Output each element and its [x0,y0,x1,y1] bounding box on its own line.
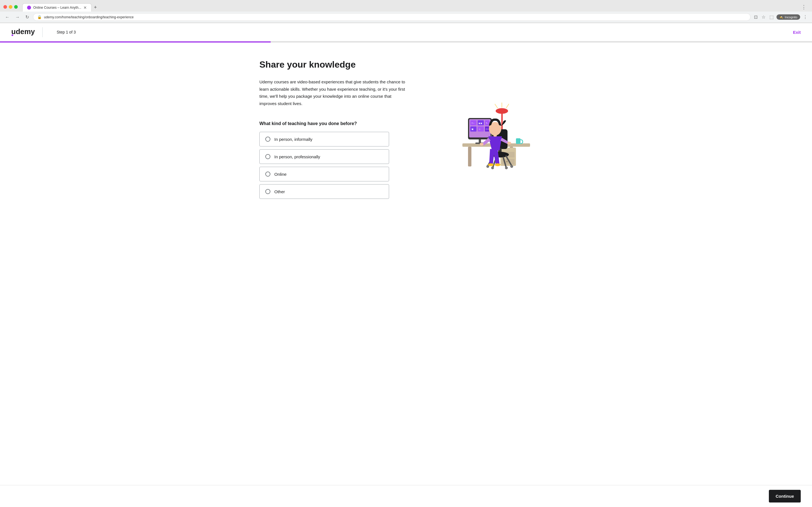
app-header: udemy Step 1 of 3 Exit [0,23,812,41]
url-text: udemy.com/home/teaching/onboarding/teach… [44,15,746,19]
svg-text:▣: ▣ [471,128,474,130]
back-button[interactable]: ← [3,13,11,21]
tab-favicon [27,6,31,10]
svg-point-42 [488,163,494,166]
radio-online[interactable] [265,172,270,177]
screen-cast-icon[interactable]: ⊡ [753,13,759,21]
tab-title: Online Courses – Learn Anyth... [33,6,81,10]
close-window-button[interactable] [3,5,7,9]
options-list: In person, informally In person, profess… [259,132,417,199]
radio-in-person-informally[interactable] [265,136,270,142]
option-other[interactable]: Other [259,184,389,199]
minimize-window-button[interactable] [9,5,12,9]
svg-point-43 [495,163,500,166]
page-title: Share your knowledge [259,59,417,70]
incognito-label: Incognito [784,15,797,19]
svg-line-28 [495,104,498,108]
svg-point-1 [11,34,13,36]
desk-illustration: +− ▣▣ ✎ ▣ ☺ C++ [446,84,536,174]
incognito-icon: 🕵 [779,15,783,19]
main-content: Share your knowledge Udemy courses are v… [237,43,575,216]
svg-text:✎: ✎ [486,122,488,124]
tab-close-button[interactable]: ✕ [84,5,87,10]
svg-text:udemy: udemy [11,27,35,36]
svg-rect-48 [516,138,520,144]
step-indicator: Step 1 of 3 [57,30,76,34]
toolbar-actions: ⊡ ☆ ⬚ 🕵 Incognito ⋮ [753,13,809,21]
svg-point-44 [479,143,484,146]
svg-line-30 [506,104,509,108]
browser-toolbar: ← → ↻ 🔒 udemy.com/home/teaching/onboardi… [0,11,812,23]
forward-button[interactable]: → [13,13,21,21]
svg-point-41 [505,166,508,169]
incognito-badge: 🕵 Incognito [776,14,800,20]
option-online[interactable]: Online [259,167,389,181]
svg-rect-3 [468,147,471,166]
lock-icon: 🔒 [37,15,42,19]
page-description: Udemy courses are video-based experience… [259,78,406,107]
logo-text: udemy [11,26,37,38]
radio-other[interactable] [265,189,270,194]
udemy-logo: udemy [11,26,37,38]
content-right: +− ▣▣ ✎ ▣ ☺ C++ [428,59,553,199]
svg-text:+−: +− [471,122,474,124]
svg-point-9 [506,161,508,162]
option-in-person-professionally[interactable]: In person, professionally [259,149,389,164]
svg-point-39 [510,165,513,168]
header-divider [42,27,43,37]
address-bar[interactable]: 🔒 udemy.com/home/teaching/onboarding/tea… [33,13,751,21]
svg-point-40 [491,166,494,169]
svg-point-27 [496,108,508,114]
radio-in-person-professionally[interactable] [265,154,270,159]
browser-chrome: Online Courses – Learn Anyth... ✕ + ⋮ ← … [0,0,812,23]
option-label-online: Online [274,172,287,177]
maximize-window-button[interactable] [14,5,18,9]
option-label-other: Other [274,189,285,194]
question-label: What kind of teaching have you done befo… [259,121,417,126]
svg-text:▣▣: ▣▣ [478,122,483,124]
udemy-logo-svg: udemy [11,26,37,36]
header-left: udemy Step 1 of 3 [11,26,76,38]
more-options-icon[interactable]: ⋮ [802,13,809,21]
browser-titlebar: Online Courses – Learn Anyth... ✕ + ⋮ [0,0,812,11]
svg-point-45 [507,142,511,145]
option-in-person-informally[interactable]: In person, informally [259,132,389,147]
active-tab[interactable]: Online Courses – Learn Anyth... ✕ [22,3,92,11]
new-tab-button[interactable]: + [92,3,99,11]
extensions-icon[interactable]: ⬚ [768,13,775,21]
option-label-in-person-professionally: In person, professionally [274,154,320,159]
exit-button[interactable]: Exit [793,30,801,35]
svg-text:☺: ☺ [478,128,481,130]
window-controls [3,5,18,9]
content-left: Share your knowledge Udemy courses are v… [259,59,417,199]
window-more-icon[interactable]: ⋮ [801,4,806,10]
progress-bar-fill [0,41,271,43]
bookmark-icon[interactable]: ☆ [760,13,767,21]
refresh-button[interactable]: ↻ [24,13,31,21]
tab-bar: Online Courses – Learn Anyth... ✕ + [20,3,101,11]
option-label-in-person-informally: In person, informally [274,137,312,142]
